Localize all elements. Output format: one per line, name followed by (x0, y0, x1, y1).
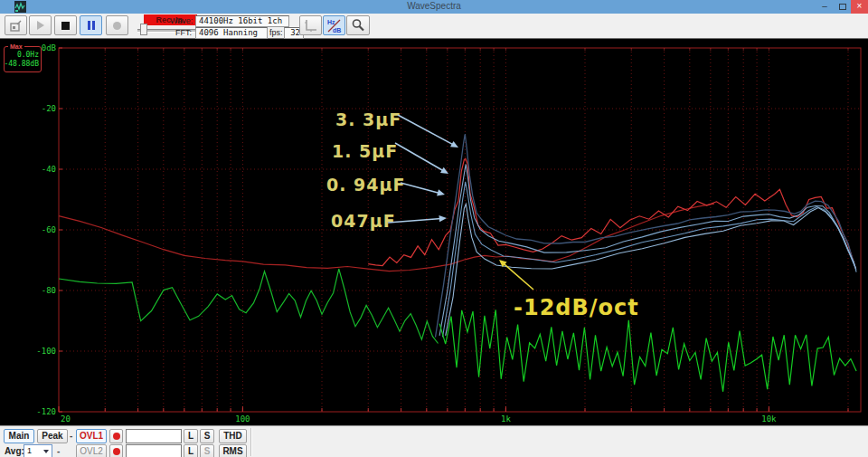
hz-db-scale-button[interactable]: Hz dB (323, 15, 345, 35)
separator-dash: - (70, 431, 72, 441)
ovl2-led-icon (113, 448, 120, 455)
main-button[interactable]: Main (4, 429, 34, 443)
annotation-arrowhead (437, 189, 445, 195)
max-readout-level: -48.88dB (4, 60, 39, 68)
play-icon (37, 21, 44, 30)
ovl2-save-button[interactable]: S (200, 444, 214, 457)
ovl1-input[interactable] (126, 429, 182, 443)
ovl2-button[interactable]: OVL2 (76, 444, 107, 457)
svg-text:-120: -120 (36, 407, 56, 416)
svg-text:0dB: 0dB (42, 43, 56, 52)
max-readout-freq: 0.0Hz (17, 51, 39, 59)
device-icon (10, 20, 23, 32)
input-level-slider-thumb[interactable] (140, 24, 147, 35)
pause-icon (88, 21, 95, 30)
avg-select-value: 1 (27, 446, 32, 455)
svg-text:-80: -80 (42, 286, 56, 295)
zoom-settings-button[interactable] (346, 15, 370, 35)
svg-text:-40: -40 (42, 165, 56, 174)
trace-blue-047uF (446, 205, 856, 336)
window-title: WaveSpectra (0, 1, 868, 11)
trace-green-low-band (59, 269, 439, 343)
ovl1-led-icon (113, 433, 120, 440)
ovl1-load-button[interactable]: L (184, 429, 198, 443)
ovl2-load-button[interactable]: L (184, 444, 198, 457)
close-button[interactable]: × (851, 0, 868, 14)
svg-text:20: 20 (61, 414, 71, 424)
annotation-label: -12dB/oct (514, 295, 639, 320)
toolbar: Rec. In. Wave: 44100Hz 16bit 1ch FFT: 40… (0, 14, 868, 39)
fft-info-field: 4096 Hanning (195, 27, 268, 39)
svg-text:Hz: Hz (327, 19, 335, 25)
spectrum-plot: 0dB-20-40-60-80-100-120201001k10k3. 3μF1… (0, 39, 868, 425)
separator-dash: - (57, 446, 60, 456)
title-bar: WaveSpectra – × (0, 0, 868, 14)
status-bar: Main Peak - OVL1 L S THD Avg: 1 - OVL2 L… (0, 425, 868, 457)
thd-button[interactable]: THD (219, 429, 247, 443)
annotation-arrowhead (439, 215, 448, 222)
magnifier-icon (351, 18, 365, 33)
trace-green-noise-floor (439, 309, 856, 391)
ovl1-led-button[interactable] (109, 429, 123, 443)
ovl1-button[interactable]: OVL1 (76, 429, 107, 443)
record-icon (113, 22, 121, 30)
annotation-label: 047μF (331, 211, 396, 231)
ovl2-led-button[interactable] (109, 444, 123, 457)
avg-label: Avg: (5, 446, 24, 456)
svg-text:dB: dB (333, 27, 341, 33)
statusbar-divider (250, 428, 251, 456)
pause-button[interactable] (80, 15, 102, 35)
wave-info-field: 44100Hz 16bit 1ch (195, 15, 289, 27)
hz-db-icon: Hz dB (326, 18, 342, 33)
svg-text:100: 100 (235, 414, 250, 424)
wavespectra-window: { "window": { "title": "WaveSpectra", "m… (0, 0, 868, 457)
plot-area: 0dB-20-40-60-80-100-120201001k10k3. 3μF1… (0, 39, 868, 425)
annotation-label: 1. 5μF (332, 141, 398, 161)
maximize-icon (839, 4, 846, 10)
axis-scale-icon (304, 19, 317, 33)
stop-button[interactable] (54, 15, 77, 35)
record-button[interactable] (106, 15, 128, 35)
svg-text:-60: -60 (42, 225, 56, 234)
avg-select[interactable]: 1 (24, 444, 52, 457)
axis-scale-button[interactable] (299, 15, 322, 35)
chevron-down-icon (43, 450, 49, 453)
svg-text:10k: 10k (761, 414, 777, 424)
ovl1-save-button[interactable]: S (200, 429, 214, 443)
svg-text:-100: -100 (36, 347, 56, 356)
svg-text:1k: 1k (501, 414, 511, 424)
svg-text:-20: -20 (42, 104, 56, 113)
peak-button[interactable]: Peak (37, 429, 68, 443)
play-button[interactable] (29, 15, 52, 35)
stop-icon (61, 22, 70, 30)
rms-button[interactable]: RMS (219, 444, 247, 457)
trace-red-measured-noisy (368, 158, 855, 269)
device-button[interactable] (5, 15, 27, 35)
annotation-label: 0. 94μF (326, 175, 405, 195)
max-readout-label: Max (8, 43, 24, 50)
trace-blue-1.5uF (439, 165, 856, 336)
annotation-label: 3. 3μF (335, 109, 401, 129)
minimize-button[interactable]: – (816, 0, 833, 14)
trace-blue-0.94uF (443, 182, 855, 338)
max-readout: Max 0.0Hz -48.88dB (4, 46, 42, 72)
fft-label: FFT: (175, 28, 192, 37)
wave-label: Wave: (170, 16, 193, 25)
maximize-button[interactable] (835, 0, 851, 14)
ovl2-input[interactable] (126, 444, 182, 457)
fps-label: fps: (269, 28, 283, 37)
